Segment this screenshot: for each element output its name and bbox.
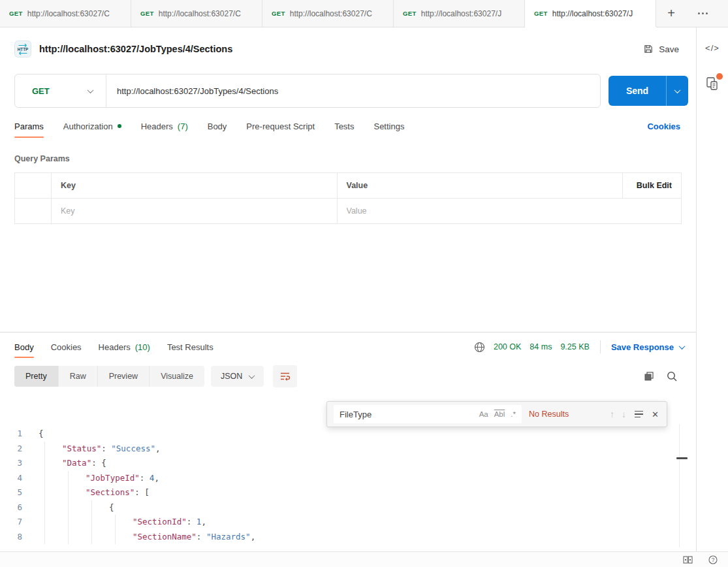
tab-count: (10): [135, 342, 150, 352]
regex-toggle[interactable]: .*: [511, 410, 516, 418]
tab-settings[interactable]: Settings: [373, 111, 404, 141]
line-content: "Status": "Success",: [39, 442, 161, 457]
copy-icon: [644, 371, 654, 381]
search-response-button[interactable]: [667, 371, 678, 382]
open-request-tab-2[interactable]: GEThttp://localhost:63027/C: [131, 0, 262, 27]
line-content: "Data": {: [39, 456, 106, 471]
tab-headers[interactable]: Headers(10): [99, 332, 150, 361]
wrap-lines-button[interactable]: [273, 365, 297, 387]
query-params-title: Query Params: [14, 154, 682, 163]
open-request-tab-3[interactable]: GEThttp://localhost:63027/C: [262, 0, 394, 27]
response-time[interactable]: 84 ms: [530, 342, 552, 351]
match-case-toggle[interactable]: Aa: [479, 410, 488, 418]
copy-response-button[interactable]: [644, 371, 654, 381]
whole-word-toggle[interactable]: Abl: [494, 410, 505, 418]
query-params-pane: Query Params Key Value Bulk Edit: [0, 141, 696, 332]
bulk-edit-button[interactable]: Bulk Edit: [623, 173, 682, 199]
method-select[interactable]: GET: [15, 74, 106, 107]
format-select[interactable]: JSON: [211, 366, 264, 387]
tab-options-button[interactable]: [688, 0, 718, 27]
find-input-box: Aa Abl .*: [334, 405, 522, 423]
indent-guide: [44, 515, 62, 530]
find-options-icon[interactable]: [635, 411, 643, 418]
tab-authorization[interactable]: Authorization: [63, 111, 121, 141]
view-tab-visualize[interactable]: Visualize: [150, 366, 204, 387]
view-tab-preview[interactable]: Preview: [98, 366, 150, 387]
json-token: "SectionName": [133, 530, 197, 545]
open-request-tab-5[interactable]: GEThttp://localhost:63027/J: [525, 0, 656, 27]
tab-label: Headers: [99, 342, 131, 352]
indent-guide: [68, 515, 86, 530]
indent-guide: [44, 456, 62, 471]
json-token: :: [135, 485, 144, 500]
status-badge[interactable]: 200 OK: [494, 342, 521, 351]
close-find-button[interactable]: ✕: [652, 410, 659, 419]
panels-icon: [683, 556, 693, 564]
send-label: Send: [609, 76, 666, 106]
open-request-tab-4[interactable]: GEThttp://localhost:63027/J: [394, 0, 525, 27]
previous-match-button[interactable]: ↑: [610, 409, 614, 419]
code-line-7: 7"SectionId": 1,: [0, 515, 696, 530]
code-snippet-button[interactable]: </>: [705, 43, 720, 53]
key-column-header: Key: [52, 173, 338, 199]
code-line-1: 1{: [0, 427, 696, 442]
response-size[interactable]: 9.25 KB: [560, 342, 589, 351]
comments-button[interactable]: [706, 76, 719, 93]
code-line-3: 3"Data": {: [0, 456, 696, 471]
query-params-header-row: Key Value Bulk Edit: [15, 173, 682, 199]
response-body: Aa Abl .* No Results ↑ ↓ ✕ 1{2"Status": …: [0, 391, 696, 551]
tab-test-results[interactable]: Test Results: [167, 332, 214, 361]
bottom-panel-toggle-button[interactable]: [683, 556, 693, 564]
send-button[interactable]: Send: [609, 76, 688, 106]
line-number: 6: [0, 500, 22, 515]
view-tab-raw[interactable]: Raw: [59, 366, 98, 387]
view-mode-switcher: PrettyRawPreviewVisualize: [14, 366, 204, 387]
save-response-button[interactable]: Save Response: [611, 342, 688, 352]
tab-method-label: GET: [9, 10, 23, 17]
json-token: :: [101, 442, 111, 457]
tab-tests[interactable]: Tests: [334, 111, 354, 141]
save-response-label: Save Response: [611, 342, 674, 352]
workspace: HTTP http://localhost:63027/JobTypes/4/S…: [0, 27, 728, 551]
tab-label: Settings: [373, 122, 404, 131]
search-icon: [667, 371, 678, 382]
view-tab-pretty[interactable]: Pretty: [14, 366, 59, 387]
svg-text:?: ?: [712, 557, 715, 563]
scrollbar-thumb[interactable]: [676, 457, 688, 459]
json-token: "Data": [62, 456, 91, 471]
json-token: ,: [154, 471, 159, 486]
help-button[interactable]: ?: [708, 555, 718, 564]
new-tab-button[interactable]: +: [656, 0, 686, 27]
find-input[interactable]: [340, 410, 473, 419]
tab-label: Body: [14, 342, 34, 352]
tab-method-label: GET: [272, 10, 285, 17]
code-line-5: 5"Sections": [: [0, 485, 696, 500]
chevron-down-icon: [679, 343, 686, 349]
indent-guide: [115, 530, 133, 545]
tab-body[interactable]: Body: [208, 111, 227, 141]
next-match-button[interactable]: ↓: [622, 409, 626, 419]
tab-cookies[interactable]: Cookies: [51, 332, 82, 361]
right-sidebar: </>: [696, 27, 728, 551]
json-token: "Success": [111, 442, 155, 457]
indent-guide: [68, 530, 86, 545]
param-key-input[interactable]: [61, 206, 328, 216]
tab-pre-request-script[interactable]: Pre-request Script: [246, 111, 315, 141]
json-token: :: [140, 471, 150, 486]
url-input[interactable]: http://localhost:63027/JobTypes/4/Sectio…: [106, 74, 600, 107]
cookies-link[interactable]: Cookies: [647, 122, 680, 131]
param-value-input[interactable]: [347, 206, 673, 216]
save-button[interactable]: Save: [643, 44, 679, 54]
main-content: HTTP http://localhost:63027/JobTypes/4/S…: [0, 27, 696, 551]
chevron-down-icon: [674, 87, 681, 93]
tab-label: Params: [14, 122, 44, 131]
tab-params[interactable]: Params: [14, 111, 44, 141]
send-options-button[interactable]: [666, 76, 688, 106]
indent-guide: [91, 515, 109, 530]
open-request-tab-1[interactable]: GEThttp://localhost:63027/C: [0, 0, 131, 27]
notification-dot: [716, 73, 723, 80]
json-token: ,: [201, 515, 206, 530]
tab-body[interactable]: Body: [14, 332, 34, 361]
tab-headers[interactable]: Headers(7): [141, 111, 188, 141]
tab-label: Headers: [141, 122, 173, 131]
